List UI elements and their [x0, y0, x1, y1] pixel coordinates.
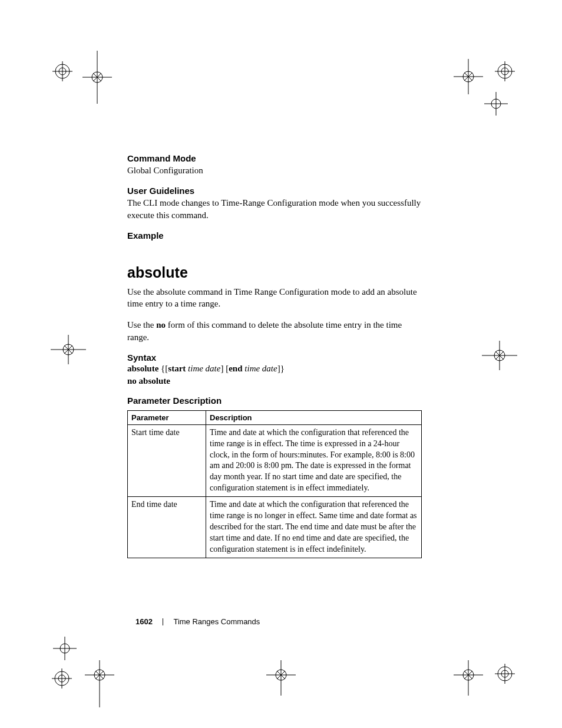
text-command-mode: Global Configuration — [127, 164, 422, 176]
syntax-text: {[ — [158, 364, 168, 373]
crop-mark-icon — [454, 660, 483, 690]
th-description: Description — [206, 410, 422, 424]
heading-command-mode: Command Mode — [127, 153, 422, 163]
cell-parameter: Start time date — [128, 424, 206, 496]
syntax-line-2: no absolute — [127, 376, 422, 386]
parameter-table: Parameter Description Start time date Ti… — [127, 410, 422, 558]
document-page: Command Mode Global Configuration User G… — [0, 0, 562, 728]
table-row: End time date Time and date at which the… — [128, 497, 422, 558]
page-content: Command Mode Global Configuration User G… — [127, 153, 422, 558]
syntax-text: ]} — [277, 364, 285, 373]
heading-syntax: Syntax — [127, 353, 422, 363]
table-header-row: Parameter Description — [128, 410, 422, 424]
cell-description: Time and date at which the configuration… — [206, 497, 422, 558]
command-no-form: Use the no form of this command to delet… — [127, 319, 422, 343]
heading-parameter-description: Parameter Description — [127, 396, 422, 406]
command-title: absolute — [127, 264, 422, 281]
crop-mark-icon — [266, 660, 296, 690]
syntax-keyword: end — [229, 364, 242, 373]
crop-mark-icon — [454, 59, 483, 88]
syntax-keyword: absolute — [127, 364, 158, 373]
crop-mark-icon — [53, 637, 82, 666]
footer-section-name: Time Ranges Commands — [173, 617, 260, 626]
cell-description: Time and date at which the configuration… — [206, 424, 422, 496]
syntax-line-1: absolute {[start time date] [end time da… — [127, 364, 422, 374]
registration-mark-icon — [490, 659, 531, 700]
registration-mark-icon — [47, 664, 88, 705]
crop-mark-icon — [82, 51, 112, 80]
syntax-keyword: start — [168, 364, 186, 373]
heading-example: Example — [127, 230, 422, 241]
crop-mark-icon — [484, 92, 514, 121]
crop-mark-icon — [85, 660, 114, 690]
crop-mark-icon — [51, 335, 80, 364]
crop-mark-icon — [482, 341, 511, 370]
syntax-arg: time date — [244, 364, 277, 373]
page-number: 1602 — [135, 617, 153, 626]
text-bold-no: no — [156, 320, 166, 330]
page-footer: 1602 Time Ranges Commands — [135, 617, 260, 627]
text-fragment: form of this command to delete the absol… — [127, 320, 402, 341]
text-fragment: Use the — [127, 320, 156, 330]
syntax-text: ] [ — [220, 364, 229, 373]
command-description: Use the absolute command in Time Range C… — [127, 286, 422, 310]
text-user-guidelines: The CLI mode changes to Time-Range Confi… — [127, 197, 422, 221]
table-row: Start time date Time and date at which t… — [128, 424, 422, 496]
footer-divider — [163, 618, 163, 625]
cell-parameter: End time date — [128, 497, 206, 558]
th-parameter: Parameter — [128, 410, 206, 424]
heading-user-guidelines: User Guidelines — [127, 186, 422, 196]
syntax-arg: time date — [188, 364, 220, 373]
